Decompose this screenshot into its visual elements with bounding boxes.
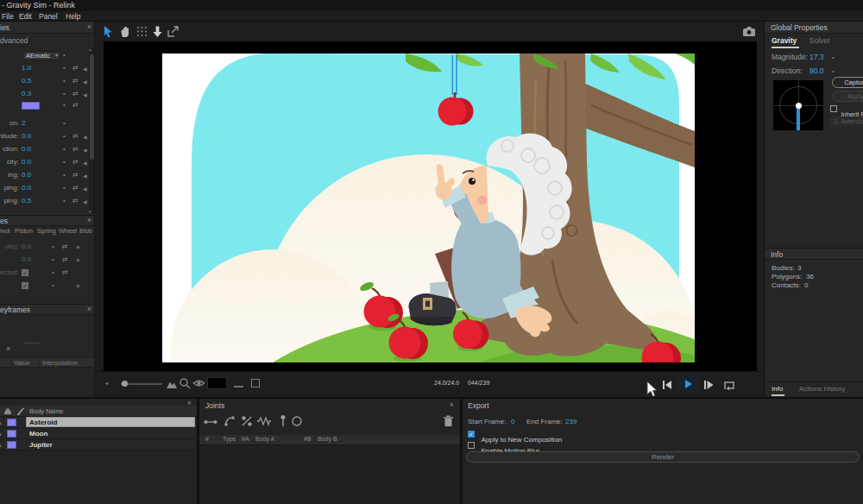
scroll-up-icon[interactable]: ▴ xyxy=(89,47,91,52)
close-icon[interactable]: × xyxy=(87,217,91,224)
material-dropdown[interactable]: AEmatic ▾ xyxy=(22,51,60,60)
body-color-swatch[interactable] xyxy=(7,419,16,426)
color-swatch[interactable] xyxy=(22,102,40,110)
menu-file[interactable]: File xyxy=(2,12,14,21)
tab-wheel[interactable]: Wheel xyxy=(59,227,77,235)
camera-snapshot-icon[interactable] xyxy=(742,26,756,37)
composition[interactable] xyxy=(162,54,695,362)
property-value[interactable]: 0.0 xyxy=(22,184,31,192)
property-value[interactable]: 2 xyxy=(22,119,25,127)
keyframe-prev-icon[interactable]: ◀ xyxy=(83,91,87,98)
property-value[interactable]: 0.0 xyxy=(22,132,31,140)
apply-composition-checkbox[interactable]: ✓ xyxy=(468,431,475,438)
body-name[interactable]: Moon xyxy=(29,430,47,438)
pivot-joint-icon[interactable] xyxy=(224,415,236,427)
magnify-region-icon[interactable] xyxy=(179,377,191,389)
canvas[interactable] xyxy=(104,41,757,371)
property-value[interactable]: 0.5 xyxy=(22,77,31,85)
body-row-jupiter[interactable]: A Jupiter xyxy=(0,439,197,450)
hand-tool-icon[interactable] xyxy=(119,25,132,38)
close-icon[interactable]: × xyxy=(87,23,91,31)
keyframe-prev-icon[interactable]: ◀ xyxy=(83,160,87,166)
keyframe-prev-icon[interactable]: ◀ xyxy=(83,186,87,192)
close-icon[interactable]: × xyxy=(87,306,91,313)
keyframe-prev-icon[interactable]: ◀ xyxy=(83,79,87,85)
scroll-down-icon[interactable]: ▾ xyxy=(89,209,91,214)
expression-icon[interactable]: ⇄ xyxy=(72,145,79,153)
expression-icon[interactable]: ⇄ xyxy=(72,158,79,166)
go-to-start-button[interactable] xyxy=(660,378,674,392)
body-name[interactable]: Asteroid xyxy=(29,419,57,426)
body-row-asteroid[interactable]: A Asteroid xyxy=(0,417,197,428)
expression-icon[interactable]: ⇄ xyxy=(72,132,79,140)
step-forward-button[interactable] xyxy=(702,378,715,392)
column-body-a[interactable]: Body A xyxy=(255,436,274,442)
start-frame-value[interactable]: 0 xyxy=(511,418,514,425)
gravity-down-icon[interactable] xyxy=(151,25,164,38)
body-name[interactable]: Jupiter xyxy=(29,441,53,449)
piston-joint-icon[interactable] xyxy=(241,415,253,427)
tab-pivot[interactable]: ivot xyxy=(0,227,10,235)
tab-gravity[interactable]: Gravity xyxy=(772,36,797,45)
direction-value[interactable]: 90.0 xyxy=(809,66,824,75)
scrollbar-thumb[interactable] xyxy=(90,54,94,160)
column-id-a[interactable]: #A xyxy=(242,436,249,442)
pop-out-icon[interactable] xyxy=(167,25,180,38)
body-color-swatch[interactable] xyxy=(7,441,16,449)
expression-icon[interactable]: ⇄ xyxy=(72,171,79,179)
wheel-joint-icon[interactable] xyxy=(279,414,287,428)
render-button[interactable]: Render xyxy=(466,451,860,463)
collapse-icon[interactable]: ◂ xyxy=(105,380,108,386)
property-value[interactable]: 0.5 xyxy=(22,197,31,205)
column-number[interactable]: # xyxy=(205,436,209,442)
expression-icon[interactable]: ⇄ xyxy=(72,184,79,192)
delete-keyframe-icon[interactable]: × xyxy=(6,345,10,353)
spring-joint-icon[interactable] xyxy=(256,416,272,426)
tab-spring[interactable]: Spring xyxy=(37,227,56,235)
menu-panel[interactable]: Panel xyxy=(39,12,58,21)
apply-button[interactable]: Apply xyxy=(832,91,863,102)
end-frame-value[interactable]: 239 xyxy=(565,418,576,425)
column-id-b[interactable]: #B xyxy=(304,436,312,442)
motion-blur-checkbox[interactable] xyxy=(468,442,475,449)
keyframe-prev-icon[interactable]: ◀ xyxy=(83,66,87,72)
tab-piston[interactable]: Piston xyxy=(15,227,33,235)
keyframe-prev-icon[interactable]: ◀ xyxy=(83,147,87,153)
play-button[interactable] xyxy=(678,376,697,392)
select-tool-icon[interactable] xyxy=(102,25,115,38)
menu-help[interactable]: Help xyxy=(66,12,80,21)
column-value[interactable]: Value xyxy=(14,359,30,367)
blob-joint-icon[interactable] xyxy=(291,415,303,427)
gravity-direction-widget[interactable] xyxy=(773,80,823,130)
tab-actions-history[interactable]: Actions History xyxy=(799,385,845,393)
capture-button[interactable]: Capture xyxy=(832,77,863,88)
tab-info[interactable]: Info xyxy=(772,385,783,393)
keyframe-prev-icon[interactable]: ◀ xyxy=(83,198,87,205)
keyframe-prev-icon[interactable]: ◀ xyxy=(83,173,87,179)
column-type[interactable]: Type xyxy=(223,436,236,442)
column-body-b[interactable]: Body B xyxy=(318,436,337,442)
property-value[interactable]: 0.0 xyxy=(22,171,31,179)
apply-composition-option[interactable]: ✓ Apply to New Composition xyxy=(468,430,562,439)
body-row-moon[interactable]: A Moon xyxy=(0,428,197,439)
expression-icon[interactable]: ⇄ xyxy=(72,64,79,72)
tab-blob[interactable]: Blob xyxy=(79,227,92,235)
column-interpolation[interactable]: Interpolation xyxy=(42,359,78,367)
zoom-slider-knob[interactable] xyxy=(122,381,128,387)
snap-grid-icon[interactable] xyxy=(136,26,148,37)
property-value[interactable]: 1.0 xyxy=(22,64,31,72)
property-value[interactable]: 0.0 xyxy=(22,158,31,166)
property-value[interactable]: 0.0 xyxy=(22,145,31,153)
inherit-body-dropdown[interactable]: 1. Asteroid xyxy=(830,117,863,127)
opacity-dash-icon[interactable] xyxy=(234,386,243,387)
trash-icon[interactable] xyxy=(443,415,454,427)
motion-blur-option[interactable]: Enable Motion Blur xyxy=(468,441,539,450)
inherit-checkbox[interactable] xyxy=(830,105,837,112)
body-color-swatch[interactable] xyxy=(7,430,16,438)
region-outline-icon[interactable] xyxy=(251,379,260,387)
background-color-swatch[interactable] xyxy=(207,377,227,389)
magnitude-value[interactable]: 17.3 xyxy=(809,53,824,61)
expression-icon[interactable]: ⇄ xyxy=(72,77,79,85)
loop-button[interactable] xyxy=(721,378,736,392)
distance-joint-icon[interactable] xyxy=(204,417,217,427)
